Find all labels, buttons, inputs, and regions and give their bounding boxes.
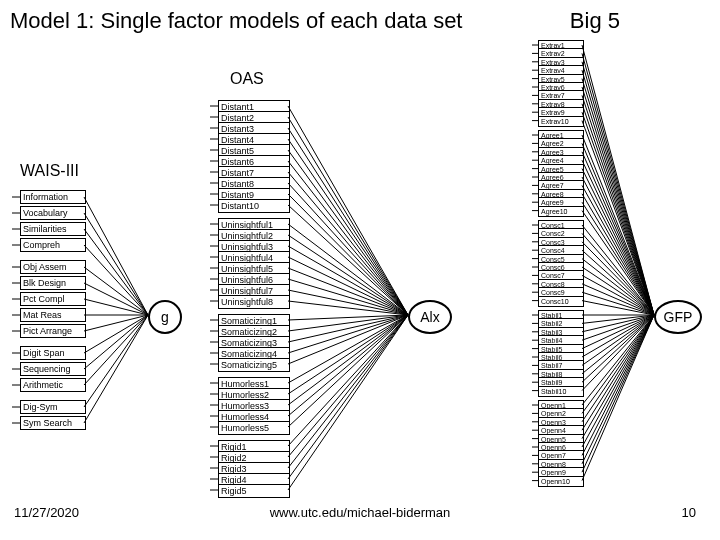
svg-line-47 [288,205,408,315]
svg-line-1 [84,197,148,315]
svg-line-157 [582,315,654,323]
svg-line-27 [84,315,148,423]
svg-line-177 [582,315,654,413]
wais-item: Digit Span [20,346,86,360]
svg-line-161 [582,315,654,340]
wais-item: Pct Compl [20,292,86,306]
svg-line-137 [582,233,654,315]
svg-line-69 [288,315,408,342]
svg-line-41 [288,172,408,315]
svg-line-31 [288,117,408,315]
svg-line-131 [582,202,654,315]
page-title: Model 1: Single factor models of each da… [10,8,462,34]
svg-line-187 [582,315,654,455]
svg-line-91 [288,315,408,479]
svg-line-179 [582,315,654,422]
svg-line-99 [582,62,654,315]
svg-line-141 [582,250,654,315]
svg-line-127 [582,185,654,315]
svg-line-67 [288,315,408,331]
svg-line-111 [582,112,654,315]
wais-item: Pict Arrange [20,324,86,338]
oas-item: Rigid5 [218,484,290,498]
svg-line-23 [84,315,148,385]
label-oas: OAS [230,70,264,88]
svg-line-37 [288,150,408,315]
svg-line-75 [288,315,408,383]
svg-line-169 [582,315,654,374]
svg-line-79 [288,315,408,405]
svg-line-19 [84,315,148,353]
label-wais: WAIS-III [20,162,79,180]
svg-line-53 [288,246,408,315]
footer-url: www.utc.edu/michael-biderman [0,505,720,520]
svg-line-13 [84,299,148,315]
svg-line-63 [288,301,408,315]
latent-gfp: GFP [654,300,702,334]
wais-item: Blk Design [20,276,86,290]
svg-line-191 [582,315,654,472]
svg-line-147 [582,275,654,315]
svg-line-57 [288,268,408,315]
wais-item: Compreh [20,238,86,252]
wais-item: Dig-Sym [20,400,86,414]
svg-line-59 [288,279,408,315]
svg-line-65 [288,315,408,320]
oas-item: Somaticizing5 [218,358,290,372]
wais-item: Information [20,190,86,204]
svg-line-11 [84,283,148,315]
oas-item: Uninsightful8 [218,295,290,309]
svg-line-3 [84,213,148,315]
wais-item: Mat Reas [20,308,86,322]
big5-item: Extrav10 [538,116,584,127]
latent-g: g [148,300,182,334]
svg-line-55 [288,257,408,315]
svg-line-181 [582,315,654,430]
wais-item: Obj Assem [20,260,86,274]
svg-line-25 [84,315,148,407]
svg-line-139 [582,242,654,315]
svg-line-95 [582,45,654,315]
wais-item: Sym Search [20,416,86,430]
footer-page: 10 [682,505,696,520]
svg-line-171 [582,315,654,382]
wais-item: Arithmetic [20,378,86,392]
svg-line-107 [582,95,654,315]
svg-line-89 [288,315,408,468]
svg-line-133 [582,211,654,315]
svg-line-173 [582,315,654,391]
svg-line-153 [582,301,654,315]
svg-line-117 [582,143,654,315]
svg-line-125 [582,177,654,315]
title-right: Big 5 [570,8,620,34]
svg-line-193 [582,315,654,481]
svg-line-7 [84,245,148,315]
svg-line-121 [582,160,654,315]
svg-line-145 [582,267,654,315]
svg-line-39 [288,161,408,315]
svg-line-143 [582,259,654,315]
svg-line-5 [84,229,148,315]
svg-line-129 [582,194,654,315]
svg-line-183 [582,315,654,439]
svg-line-35 [288,139,408,315]
svg-line-149 [582,284,654,315]
svg-line-163 [582,315,654,349]
svg-line-189 [582,315,654,464]
svg-line-113 [582,121,654,315]
svg-line-151 [582,292,654,315]
oas-item: Humorless5 [218,421,290,435]
svg-line-167 [582,315,654,365]
svg-line-77 [288,315,408,394]
svg-line-109 [582,104,654,315]
svg-line-165 [582,315,654,357]
svg-line-103 [582,79,654,315]
svg-line-81 [288,315,408,416]
big5-item: Consc10 [538,296,584,307]
svg-line-119 [582,152,654,315]
svg-line-159 [582,315,654,332]
wais-item: Sequencing [20,362,86,376]
wais-item: Similarities [20,222,86,236]
svg-line-33 [288,128,408,315]
svg-line-61 [288,290,408,315]
